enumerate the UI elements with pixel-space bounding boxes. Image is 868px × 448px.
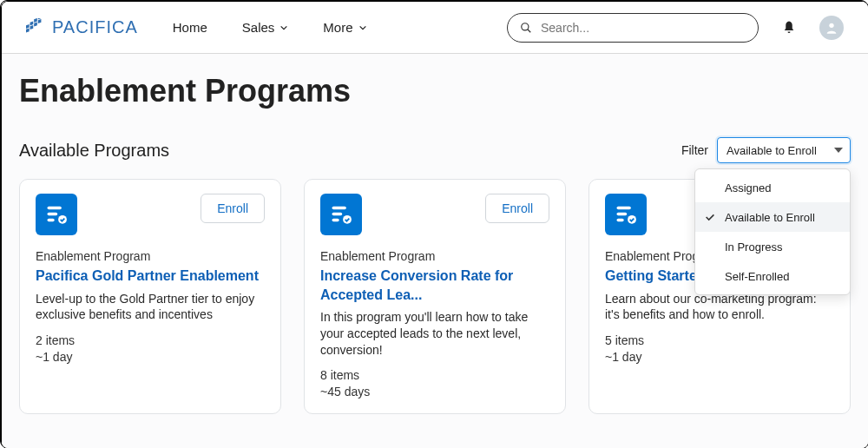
filter-option-assigned[interactable]: Assigned xyxy=(695,173,850,202)
svg-rect-11 xyxy=(48,207,62,210)
svg-rect-7 xyxy=(38,18,42,23)
svg-rect-1 xyxy=(30,24,34,29)
bell-icon xyxy=(781,20,797,36)
nav-home[interactable]: Home xyxy=(173,20,207,35)
primary-nav: Home Sales More xyxy=(173,20,367,35)
program-item-count: 8 items xyxy=(320,367,549,385)
nav-sales[interactable]: Sales xyxy=(242,20,289,35)
user-icon xyxy=(825,21,838,35)
global-search[interactable] xyxy=(507,13,759,43)
program-eyebrow: Enablement Program xyxy=(320,249,549,263)
svg-rect-19 xyxy=(617,207,631,210)
brand-name: PACIFICA xyxy=(52,17,138,37)
nav-more-label: More xyxy=(323,20,352,35)
svg-rect-13 xyxy=(48,219,55,222)
program-title[interactable]: Pacifica Gold Partner Enablement xyxy=(36,267,265,286)
program-description: In this program you'll learn how to take… xyxy=(320,309,549,359)
caret-down-icon xyxy=(834,148,843,153)
user-avatar[interactable] xyxy=(819,16,844,40)
notifications-button[interactable] xyxy=(778,16,800,39)
svg-rect-4 xyxy=(30,21,34,25)
enroll-button[interactable]: Enroll xyxy=(485,194,549,223)
chevron-down-icon xyxy=(279,23,288,32)
section-title: Available Programs xyxy=(19,141,169,161)
nav-sales-label: Sales xyxy=(242,20,275,35)
search-icon xyxy=(520,22,532,34)
program-card[interactable]: Enroll Enablement Program Pacifica Gold … xyxy=(19,179,281,414)
program-description: Level-up to the Gold Partner tier to enj… xyxy=(36,291,265,324)
filter-option-label: Available to Enroll xyxy=(725,211,815,224)
program-description: Learn about our co-marketing program: it… xyxy=(605,291,834,324)
svg-rect-15 xyxy=(332,207,346,210)
svg-rect-0 xyxy=(26,28,30,32)
program-duration: ~45 days xyxy=(320,384,549,401)
enroll-button[interactable]: Enroll xyxy=(201,194,265,223)
program-icon xyxy=(36,194,77,235)
svg-rect-12 xyxy=(48,213,58,216)
filter-option-label: In Progress xyxy=(725,240,782,254)
global-header: PACIFICA Home Sales More xyxy=(2,2,868,54)
program-item-count: 2 items xyxy=(36,333,265,350)
search-input[interactable] xyxy=(541,21,746,35)
program-title[interactable]: Increase Conversion Rate for Accepted Le… xyxy=(320,267,549,304)
svg-rect-20 xyxy=(617,213,628,216)
brand-logo[interactable]: PACIFICA xyxy=(26,17,138,37)
filter-option-label: Assigned xyxy=(725,181,771,194)
filter-option-selfenrolled[interactable]: Self-Enrolled xyxy=(695,261,850,291)
page-body: Enablement Programs Available Programs F… xyxy=(2,54,868,448)
program-item-count: 5 items xyxy=(605,333,834,350)
svg-rect-5 xyxy=(34,18,37,23)
check-icon xyxy=(704,211,716,223)
svg-point-10 xyxy=(829,23,833,27)
svg-rect-16 xyxy=(332,213,343,216)
filter-dropdown: Assigned Available to Enroll In Progress… xyxy=(694,168,851,295)
filter-selected-value: Available to Enroll xyxy=(727,144,817,157)
program-icon xyxy=(320,194,362,235)
program-card[interactable]: Enroll Enablement Program Increase Conve… xyxy=(304,179,566,414)
brand-mark-icon xyxy=(26,18,45,37)
page-title: Enablement Programs xyxy=(19,73,851,109)
filter-option-label: Self-Enrolled xyxy=(725,270,789,283)
filter-option-inprogress[interactable]: In Progress xyxy=(695,232,850,261)
svg-rect-17 xyxy=(332,219,339,222)
filter-zone: Filter Available to Enroll Assigned Avai… xyxy=(681,137,851,163)
chevron-down-icon xyxy=(358,23,367,32)
filter-option-available[interactable]: Available to Enroll xyxy=(695,202,850,232)
nav-more[interactable]: More xyxy=(323,20,366,35)
svg-line-9 xyxy=(528,29,531,32)
program-duration: ~1 day xyxy=(36,349,265,366)
svg-rect-3 xyxy=(26,23,30,28)
program-eyebrow: Enablement Program xyxy=(36,249,265,263)
filter-label: Filter xyxy=(681,143,708,157)
svg-point-8 xyxy=(522,23,529,30)
program-duration: ~1 day xyxy=(605,349,834,366)
svg-rect-2 xyxy=(34,22,37,26)
filter-select[interactable]: Available to Enroll xyxy=(717,137,851,163)
svg-rect-21 xyxy=(617,219,624,222)
nav-home-label: Home xyxy=(173,20,207,35)
section-header: Available Programs Filter Available to E… xyxy=(19,137,851,163)
program-icon xyxy=(605,194,647,235)
